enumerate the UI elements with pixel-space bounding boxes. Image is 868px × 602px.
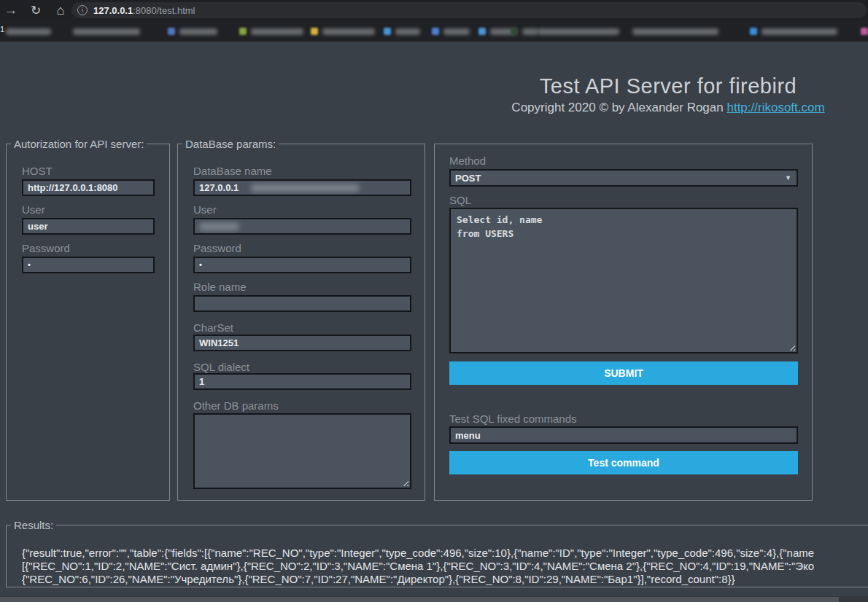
role-name-label: Role name — [193, 281, 247, 293]
reload-icon[interactable]: ↻ — [26, 0, 45, 20]
page-title: Test API Server for firebird — [0, 72, 868, 100]
auth-panel-legend: Autorization for API server: — [11, 138, 147, 150]
resize-handle-icon[interactable] — [788, 343, 795, 351]
db-name-value: 127.0.0.1 — [199, 182, 239, 193]
bookmark-label-redacted — [522, 28, 538, 35]
sql-textarea[interactable]: Select id, name from USERS — [449, 208, 798, 353]
bookmark-item[interactable] — [511, 26, 538, 37]
host-label: HOST — [22, 165, 53, 177]
bookmark-item[interactable] — [750, 26, 837, 37]
bookmark-label-redacted — [73, 28, 140, 35]
browser-toolbar: → ↻ ⌂ i 127.0.0.1:8080/test.html — [0, 0, 868, 20]
bookmark-favicon-icon — [239, 28, 247, 35]
submit-button[interactable]: SUBMIT — [449, 361, 798, 385]
copyright-line: Copyright 2020 © by Alexander Rogan http… — [0, 100, 868, 115]
bookmark-favicon-icon — [311, 28, 318, 35]
bookmark-favicon-icon — [511, 28, 518, 35]
chevron-down-icon: ▼ — [785, 174, 791, 181]
bookmark-item[interactable] — [311, 26, 375, 37]
result-line-1: {"result":true,"error":"","table":{"fiel… — [22, 547, 814, 559]
home-icon[interactable]: ⌂ — [51, 0, 70, 20]
horizontal-scrollbar-thumb[interactable] — [0, 597, 839, 602]
bookmark-item[interactable] — [632, 26, 718, 37]
db-user-input[interactable] — [193, 218, 411, 235]
url-text[interactable]: 127.0.0.1:8080/test.html — [93, 5, 195, 16]
results-legend: Results: — [11, 519, 56, 531]
bookmark-favicon-icon — [861, 28, 868, 35]
bookmark-label-redacted — [322, 28, 375, 35]
bookmark-favicon-icon — [168, 28, 175, 35]
role-name-input[interactable] — [193, 295, 411, 312]
page-header: Test API Server for firebird Copyright 2… — [0, 72, 868, 115]
test-sql-input[interactable] — [449, 426, 798, 444]
method-value: POST — [455, 173, 481, 184]
db-password-label: Password — [193, 242, 241, 254]
bookmark-label-redacted — [6, 28, 51, 35]
forward-icon[interactable]: → — [1, 0, 20, 20]
password-dot: • — [28, 261, 31, 269]
redacted-db-user — [199, 222, 239, 231]
bookmark-label-redacted — [179, 28, 217, 35]
bookmark-item[interactable] — [73, 26, 140, 37]
sql-dialect-input[interactable] — [193, 373, 411, 390]
sql-query-text: Select id, name from USERS — [451, 209, 797, 244]
db-user-label: User — [193, 203, 217, 216]
bookmark-label-redacted — [395, 28, 420, 35]
charset-label: CharSet — [193, 321, 233, 334]
bookmark-label-redacted — [443, 28, 470, 35]
url-host: 127.0.0.1 — [93, 5, 133, 16]
info-icon[interactable]: i — [77, 5, 88, 15]
host-input[interactable] — [22, 179, 155, 196]
other-db-params-label: Other DB params — [193, 399, 279, 412]
bookmark-favicon-icon — [432, 28, 439, 35]
bookmark-label-redacted — [632, 28, 718, 35]
bookmark-favicon-icon — [384, 28, 391, 35]
method-label: Method — [449, 155, 486, 167]
bookmark-label-redacted — [538, 28, 619, 35]
rikosoft-link[interactable]: http://rikosoft.com — [726, 101, 824, 114]
db-panel: DataBase params: DataBase name 127.0.0.1… — [177, 138, 425, 501]
horizontal-scrollbar — [0, 596, 868, 602]
charset-input[interactable] — [193, 335, 411, 351]
test-sql-label: Test SQL fixed commands — [449, 413, 577, 425]
address-bar[interactable]: i 127.0.0.1:8080/test.html — [71, 2, 867, 18]
bookmarks-bar: 1 — [0, 20, 868, 42]
bookmark-favicon-icon — [750, 28, 757, 35]
bookmark-label-redacted — [762, 28, 837, 35]
result-line-3: {"REC_NO":6,"ID":26,"NAME":"Учредитель"}… — [22, 573, 735, 585]
bookmark-item[interactable] — [861, 26, 868, 37]
auth-password-input[interactable]: • — [22, 257, 155, 273]
bookmark-item[interactable] — [168, 26, 217, 37]
bookmark-item[interactable] — [384, 26, 420, 37]
bookmark-item[interactable] — [432, 26, 470, 37]
test-command-button[interactable]: Test command — [449, 451, 798, 474]
auth-password-label: Password — [22, 242, 70, 254]
auth-user-input[interactable] — [22, 218, 155, 235]
sql-label: SQL — [449, 194, 471, 206]
bookmark-label-redacted — [251, 28, 303, 35]
bookmark-item[interactable] — [6, 26, 51, 37]
db-password-input[interactable]: • — [193, 257, 411, 273]
sql-dialect-label: SQL dialect — [193, 361, 249, 373]
bookmark-item[interactable] — [239, 26, 303, 37]
copyright-text: Copyright 2020 © by Alexander Rogan — [511, 101, 726, 114]
db-panel-legend: DataBase params: — [182, 138, 279, 150]
bookmark-favicon-icon — [478, 28, 486, 35]
result-line-2: [{"REC_NO":1,"ID":2,"NAME":"Сист. админ"… — [22, 560, 814, 572]
redacted-db-path — [250, 184, 360, 192]
url-path: :8080/test.html — [133, 5, 195, 16]
bookmarks-overflow-indicator: 1 — [0, 25, 4, 34]
auth-user-label: User — [22, 203, 45, 216]
page-content: Test API Server for firebird Copyright 2… — [0, 42, 868, 597]
other-db-params-textarea[interactable] — [193, 413, 411, 489]
db-name-label: DataBase name — [193, 165, 272, 177]
request-panel: Method POST▼ SQL Select id, name from US… — [434, 144, 813, 501]
browser-window: → ↻ ⌂ i 127.0.0.1:8080/test.html 1 Test … — [0, 0, 868, 602]
method-select[interactable]: POST▼ — [449, 169, 798, 187]
password-dot: • — [199, 261, 202, 269]
db-name-input[interactable]: 127.0.0.1 — [193, 179, 411, 196]
resize-handle-icon[interactable] — [401, 479, 408, 486]
bookmark-item[interactable] — [538, 26, 619, 37]
auth-panel: Autorization for API server: HOST User P… — [6, 138, 170, 501]
results-panel: Results: {"result":true,"error":"","tabl… — [6, 519, 868, 587]
